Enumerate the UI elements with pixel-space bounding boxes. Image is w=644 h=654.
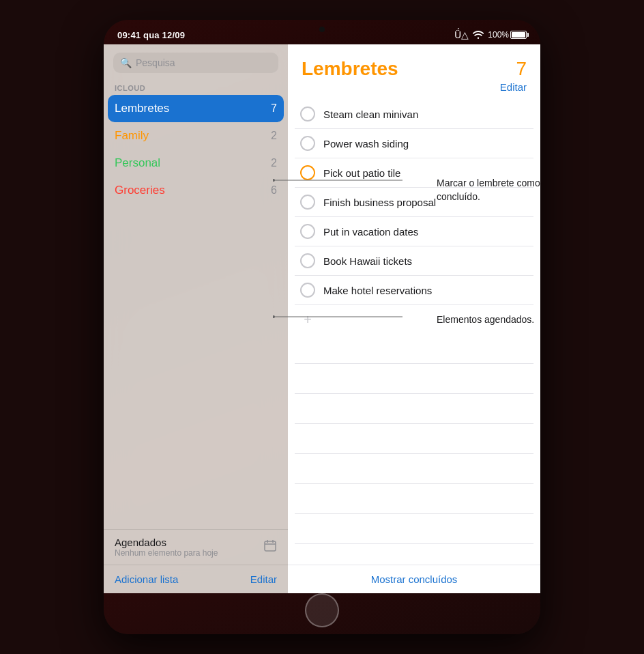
reminder-item: Finish business proposal <box>295 188 533 217</box>
search-icon: 🔍 <box>120 57 132 68</box>
list-items: Lembretes 7 Family 2 Personal 2 Grocerie… <box>104 95 288 529</box>
reminder-checkbox-active[interactable] <box>300 165 315 180</box>
status-time: 09:41 qua 12/09 <box>117 30 185 40</box>
wifi-icon <box>473 31 484 39</box>
search-bar[interactable]: 🔍 Pesquisa <box>113 53 278 73</box>
reminder-checkbox[interactable] <box>300 253 315 268</box>
reminder-item: Book Hawaii tickets <box>295 246 533 276</box>
sidebar-item-groceries[interactable]: Groceries 6 <box>104 177 288 204</box>
sidebar-item-label: Family <box>115 129 149 143</box>
sidebar-item-label: Lembretes <box>115 102 169 115</box>
ipad-device: 09:41 qua 12/09 Ǘ△ 100% 🔍 Pesquisa ICLOU <box>104 20 540 634</box>
reminder-text: Finish business proposal <box>323 197 528 208</box>
empty-lines <box>295 334 533 565</box>
reminder-text: Put in vacation dates <box>323 226 528 238</box>
battery-icon <box>510 31 527 39</box>
sidebar-item-personal[interactable]: Personal 2 <box>104 150 288 177</box>
reminder-text: Power wash siding <box>323 138 528 150</box>
reminder-text: Book Hawaii tickets <box>323 255 528 267</box>
sidebar-item-count: 2 <box>271 130 277 142</box>
reminder-item: Make hotel reservations <box>295 276 533 305</box>
search-placeholder: Pesquisa <box>136 57 175 68</box>
main-content: Lembretes 7 Editar Steam clean minivan P… <box>288 44 540 593</box>
home-button[interactable] <box>305 593 339 627</box>
battery-percent: 100% <box>488 30 509 40</box>
sidebar-item-count: 7 <box>271 102 277 115</box>
scheduled-title: Agendados <box>115 537 218 548</box>
reminder-item: Pick out patio tile <box>295 158 533 188</box>
reminder-item: Steam clean minivan <box>295 100 533 129</box>
sidebar-item-family[interactable]: Family 2 <box>104 122 288 150</box>
show-completed-button[interactable]: Mostrar concluídos <box>371 573 458 585</box>
sidebar-item-lembretes[interactable]: Lembretes 7 <box>108 95 284 122</box>
app-container: 🔍 Pesquisa ICLOUD Lembretes 7 Family 2 P… <box>104 44 540 593</box>
reminder-checkbox[interactable] <box>300 224 315 239</box>
add-icon: + <box>300 312 315 327</box>
scheduled-subtitle: Nenhum elemento para hoje <box>115 548 218 558</box>
sidebar-item-label: Groceries <box>115 184 165 197</box>
sidebar-item-count: 2 <box>271 157 277 169</box>
wifi-icon: Ǘ△ <box>454 29 469 40</box>
calendar-icon <box>263 539 277 556</box>
sidebar-item-count: 6 <box>271 184 277 197</box>
add-list-button[interactable]: Adicionar lista <box>115 573 178 585</box>
sidebar-item-label: Personal <box>115 156 160 170</box>
reminder-checkbox[interactable] <box>300 195 315 210</box>
battery-indicator: 100% <box>488 30 527 40</box>
sidebar-footer: Adicionar lista Editar <box>104 565 288 593</box>
reminder-list: Steam clean minivan Power wash siding Pi… <box>288 100 540 565</box>
icloud-section-header: ICLOUD <box>104 80 288 95</box>
status-icons: Ǘ△ 100% <box>454 29 527 40</box>
reminder-text: Pick out patio tile <box>323 167 528 179</box>
main-footer: Mostrar concluídos <box>288 565 540 593</box>
main-title: Lembretes <box>302 58 398 80</box>
reminder-text: Make hotel reservations <box>323 285 528 296</box>
main-edit-button[interactable]: Editar <box>500 81 527 93</box>
sidebar-edit-button[interactable]: Editar <box>250 573 277 585</box>
reminder-item: Put in vacation dates <box>295 217 533 246</box>
reminder-checkbox[interactable] <box>300 106 315 122</box>
main-header-right: 7 Editar <box>500 58 527 93</box>
main-count: 7 <box>516 58 527 80</box>
scheduled-section: Agendados Nenhum elemento para hoje <box>104 529 288 565</box>
front-camera <box>319 27 325 32</box>
svg-rect-0 <box>265 541 276 551</box>
status-bar: 09:41 qua 12/09 Ǘ△ 100% <box>104 20 540 44</box>
main-header: Lembretes 7 Editar <box>288 44 540 100</box>
reminder-text: Steam clean minivan <box>323 109 528 120</box>
reminder-item: Power wash siding <box>295 129 533 158</box>
add-item-row[interactable]: + <box>295 305 533 334</box>
reminder-checkbox[interactable] <box>300 136 315 151</box>
reminder-checkbox[interactable] <box>300 283 315 298</box>
sidebar: 🔍 Pesquisa ICLOUD Lembretes 7 Family 2 P… <box>104 44 288 593</box>
